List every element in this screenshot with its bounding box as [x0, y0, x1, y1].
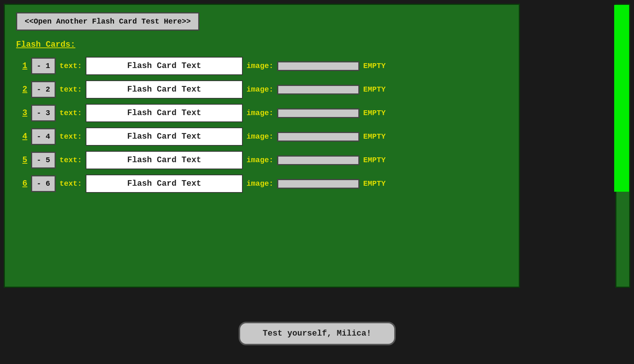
empty-label-1: EMPTY [363, 62, 386, 70]
image-button-4[interactable] [277, 132, 359, 142]
minus-button-3[interactable]: - 3 [31, 105, 56, 121]
image-button-3[interactable] [277, 108, 359, 118]
minus-button-5[interactable]: - 5 [31, 152, 56, 169]
section-title: Flash Cards: [16, 40, 508, 49]
card-number-5[interactable]: 5 [16, 155, 27, 165]
card-number-6[interactable]: 6 [16, 179, 27, 188]
image-button-2[interactable] [277, 85, 359, 95]
card-number-3[interactable]: 3 [16, 108, 27, 118]
empty-label-6: EMPTY [363, 179, 386, 188]
text-input-5[interactable] [86, 151, 243, 169]
card-number-4[interactable]: 4 [16, 132, 27, 141]
image-button-5[interactable] [277, 155, 359, 165]
card-row: 1 - 1 text: image: EMPTY [16, 57, 508, 75]
main-container: <<Open Another Flash Card Test Here>> Fl… [4, 4, 520, 288]
cards-container: 1 - 1 text: image: EMPTY 2 - 2 text: ima… [16, 57, 508, 193]
text-label-1: text: [59, 62, 82, 70]
empty-label-2: EMPTY [363, 85, 386, 94]
card-row: 3 - 3 text: image: EMPTY [16, 104, 508, 122]
image-button-1[interactable] [277, 61, 359, 71]
card-number-1[interactable]: 1 [16, 61, 27, 71]
text-label-5: text: [59, 156, 82, 164]
minus-button-1[interactable]: - 1 [31, 58, 56, 74]
text-label-2: text: [59, 85, 82, 94]
image-label-5: image: [246, 156, 273, 164]
text-label-3: text: [59, 109, 82, 117]
text-input-3[interactable] [86, 104, 243, 122]
bottom-button-container: Test yourself, Milica! [239, 322, 396, 345]
test-yourself-button[interactable]: Test yourself, Milica! [239, 322, 396, 345]
empty-label-4: EMPTY [363, 132, 386, 141]
empty-label-5: EMPTY [363, 156, 386, 164]
minus-button-6[interactable]: - 6 [31, 175, 56, 192]
card-row: 4 - 4 text: image: EMPTY [16, 127, 508, 146]
text-input-4[interactable] [86, 127, 243, 146]
image-label-6: image: [246, 179, 273, 188]
image-label-1: image: [246, 62, 273, 70]
open-test-button[interactable]: <<Open Another Flash Card Test Here>> [16, 12, 199, 31]
text-label-4: text: [59, 132, 82, 141]
scrollbar[interactable] [615, 4, 630, 288]
scrollbar-thumb[interactable] [614, 5, 629, 192]
text-label-6: text: [59, 179, 82, 188]
card-row: 5 - 5 text: image: EMPTY [16, 151, 508, 169]
text-input-1[interactable] [86, 57, 243, 75]
card-row: 2 - 2 text: image: EMPTY [16, 80, 508, 99]
card-row: 6 - 6 text: image: EMPTY [16, 175, 508, 193]
image-label-2: image: [246, 85, 273, 94]
minus-button-4[interactable]: - 4 [31, 128, 56, 145]
image-label-4: image: [246, 132, 273, 141]
text-input-2[interactable] [86, 80, 243, 99]
empty-label-3: EMPTY [363, 109, 386, 117]
image-button-6[interactable] [277, 179, 359, 189]
card-number-2[interactable]: 2 [16, 85, 27, 94]
text-input-6[interactable] [86, 175, 243, 193]
image-label-3: image: [246, 109, 273, 117]
minus-button-2[interactable]: - 2 [31, 81, 56, 98]
